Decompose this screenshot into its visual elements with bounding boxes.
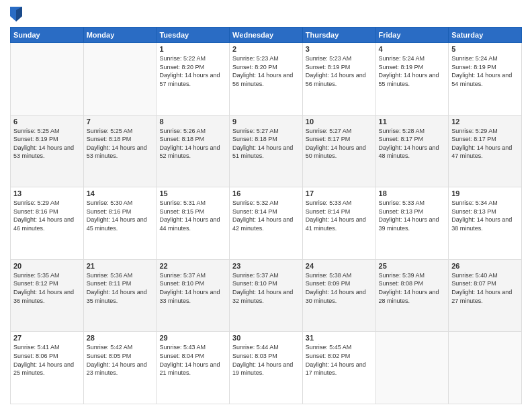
calendar-day-cell: 26Sunrise: 5:40 AMSunset: 8:07 PMDayligh… bbox=[449, 259, 522, 332]
calendar-week-row: 1Sunrise: 5:22 AMSunset: 8:20 PMDaylight… bbox=[11, 43, 522, 116]
calendar-day-header: Wednesday bbox=[230, 28, 303, 43]
day-number: 25 bbox=[379, 262, 446, 270]
day-info: Sunrise: 5:28 AMSunset: 8:17 PMDaylight:… bbox=[379, 127, 446, 161]
day-number: 9 bbox=[232, 118, 300, 126]
day-info: Sunrise: 5:30 AMSunset: 8:16 PMDaylight:… bbox=[87, 199, 154, 232]
calendar-day-cell: 19Sunrise: 5:34 AMSunset: 8:13 PMDayligh… bbox=[449, 187, 522, 260]
day-number: 11 bbox=[379, 118, 446, 126]
day-info: Sunrise: 5:38 AMSunset: 8:09 PMDaylight:… bbox=[306, 271, 373, 305]
day-info: Sunrise: 5:32 AMSunset: 8:14 PMDaylight:… bbox=[232, 199, 300, 232]
day-number: 28 bbox=[87, 334, 154, 342]
calendar-day-cell: 1Sunrise: 5:22 AMSunset: 8:20 PMDaylight… bbox=[157, 43, 230, 116]
calendar-day-header: Thursday bbox=[302, 28, 375, 43]
calendar-day-cell: 10Sunrise: 5:27 AMSunset: 8:17 PMDayligh… bbox=[302, 115, 375, 187]
calendar-day-cell: 23Sunrise: 5:37 AMSunset: 8:10 PMDayligh… bbox=[230, 259, 303, 332]
day-number: 31 bbox=[306, 334, 373, 342]
logo-icon bbox=[10, 7, 22, 21]
calendar-table: SundayMondayTuesdayWednesdayThursdayFrid… bbox=[10, 27, 522, 404]
logo bbox=[10, 7, 24, 21]
calendar-day-cell: 12Sunrise: 5:29 AMSunset: 8:17 PMDayligh… bbox=[449, 115, 522, 187]
day-info: Sunrise: 5:42 AMSunset: 8:05 PMDaylight:… bbox=[87, 343, 154, 377]
calendar-week-row: 20Sunrise: 5:35 AMSunset: 8:12 PMDayligh… bbox=[11, 259, 522, 332]
day-info: Sunrise: 5:23 AMSunset: 8:20 PMDaylight:… bbox=[232, 54, 300, 88]
day-number: 23 bbox=[232, 262, 300, 270]
calendar-day-cell: 11Sunrise: 5:28 AMSunset: 8:17 PMDayligh… bbox=[375, 115, 449, 187]
day-info: Sunrise: 5:25 AMSunset: 8:19 PMDaylight:… bbox=[13, 127, 81, 161]
calendar-day-cell bbox=[449, 332, 522, 404]
day-number: 14 bbox=[87, 189, 154, 197]
day-number: 8 bbox=[159, 118, 226, 126]
calendar-day-cell bbox=[11, 43, 84, 116]
calendar-day-cell: 2Sunrise: 5:23 AMSunset: 8:20 PMDaylight… bbox=[230, 43, 303, 116]
day-info: Sunrise: 5:27 AMSunset: 8:17 PMDaylight:… bbox=[306, 127, 373, 161]
day-info: Sunrise: 5:26 AMSunset: 8:18 PMDaylight:… bbox=[159, 127, 226, 161]
calendar-week-row: 27Sunrise: 5:41 AMSunset: 8:06 PMDayligh… bbox=[11, 332, 522, 404]
calendar-day-cell bbox=[375, 332, 449, 404]
calendar-day-cell: 5Sunrise: 5:24 AMSunset: 8:19 PMDaylight… bbox=[449, 43, 522, 116]
day-number: 12 bbox=[451, 118, 519, 126]
day-info: Sunrise: 5:37 AMSunset: 8:10 PMDaylight:… bbox=[232, 271, 300, 305]
day-info: Sunrise: 5:44 AMSunset: 8:03 PMDaylight:… bbox=[232, 343, 300, 377]
calendar-day-cell: 9Sunrise: 5:27 AMSunset: 8:18 PMDaylight… bbox=[230, 115, 303, 187]
day-number: 24 bbox=[306, 262, 373, 270]
calendar-day-cell: 29Sunrise: 5:43 AMSunset: 8:04 PMDayligh… bbox=[157, 332, 230, 404]
day-info: Sunrise: 5:45 AMSunset: 8:02 PMDaylight:… bbox=[306, 343, 373, 377]
day-number: 1 bbox=[159, 45, 226, 53]
day-info: Sunrise: 5:25 AMSunset: 8:18 PMDaylight:… bbox=[87, 127, 154, 161]
day-number: 29 bbox=[159, 334, 226, 342]
calendar-week-row: 13Sunrise: 5:29 AMSunset: 8:16 PMDayligh… bbox=[11, 187, 522, 260]
calendar-day-cell: 24Sunrise: 5:38 AMSunset: 8:09 PMDayligh… bbox=[302, 259, 375, 332]
day-number: 7 bbox=[87, 118, 154, 126]
calendar-day-header: Sunday bbox=[11, 28, 84, 43]
day-number: 17 bbox=[306, 189, 373, 197]
day-number: 18 bbox=[379, 189, 446, 197]
calendar-day-header: Tuesday bbox=[157, 28, 230, 43]
page: SundayMondayTuesdayWednesdayThursdayFrid… bbox=[0, 0, 532, 411]
day-number: 3 bbox=[306, 45, 373, 53]
day-info: Sunrise: 5:33 AMSunset: 8:13 PMDaylight:… bbox=[379, 199, 446, 232]
calendar-day-header: Friday bbox=[375, 28, 449, 43]
day-info: Sunrise: 5:40 AMSunset: 8:07 PMDaylight:… bbox=[451, 271, 519, 305]
calendar-day-cell: 4Sunrise: 5:24 AMSunset: 8:19 PMDaylight… bbox=[375, 43, 449, 116]
day-number: 22 bbox=[159, 262, 226, 270]
calendar-day-cell: 8Sunrise: 5:26 AMSunset: 8:18 PMDaylight… bbox=[157, 115, 230, 187]
calendar-day-cell: 13Sunrise: 5:29 AMSunset: 8:16 PMDayligh… bbox=[11, 187, 84, 260]
calendar-day-cell: 7Sunrise: 5:25 AMSunset: 8:18 PMDaylight… bbox=[83, 115, 157, 187]
day-info: Sunrise: 5:36 AMSunset: 8:11 PMDaylight:… bbox=[87, 271, 154, 305]
day-number: 16 bbox=[232, 189, 300, 197]
day-number: 19 bbox=[451, 189, 519, 197]
calendar-day-cell: 6Sunrise: 5:25 AMSunset: 8:19 PMDaylight… bbox=[11, 115, 84, 187]
calendar-day-cell bbox=[83, 43, 157, 116]
day-number: 26 bbox=[451, 262, 519, 270]
day-info: Sunrise: 5:37 AMSunset: 8:10 PMDaylight:… bbox=[159, 271, 226, 305]
day-info: Sunrise: 5:35 AMSunset: 8:12 PMDaylight:… bbox=[13, 271, 81, 305]
day-number: 6 bbox=[13, 118, 81, 126]
day-info: Sunrise: 5:29 AMSunset: 8:16 PMDaylight:… bbox=[13, 199, 81, 232]
calendar-day-cell: 16Sunrise: 5:32 AMSunset: 8:14 PMDayligh… bbox=[230, 187, 303, 260]
day-number: 20 bbox=[13, 262, 81, 270]
calendar-day-cell: 3Sunrise: 5:23 AMSunset: 8:19 PMDaylight… bbox=[302, 43, 375, 116]
header bbox=[10, 7, 522, 21]
day-number: 5 bbox=[451, 45, 519, 53]
calendar-day-cell: 31Sunrise: 5:45 AMSunset: 8:02 PMDayligh… bbox=[302, 332, 375, 404]
calendar-day-cell: 18Sunrise: 5:33 AMSunset: 8:13 PMDayligh… bbox=[375, 187, 449, 260]
day-info: Sunrise: 5:34 AMSunset: 8:13 PMDaylight:… bbox=[451, 199, 519, 232]
day-info: Sunrise: 5:24 AMSunset: 8:19 PMDaylight:… bbox=[451, 54, 519, 88]
day-info: Sunrise: 5:31 AMSunset: 8:15 PMDaylight:… bbox=[159, 199, 226, 232]
day-info: Sunrise: 5:29 AMSunset: 8:17 PMDaylight:… bbox=[451, 127, 519, 161]
calendar-day-header: Saturday bbox=[449, 28, 522, 43]
day-info: Sunrise: 5:27 AMSunset: 8:18 PMDaylight:… bbox=[232, 127, 300, 161]
day-number: 2 bbox=[232, 45, 300, 53]
calendar-day-cell: 17Sunrise: 5:33 AMSunset: 8:14 PMDayligh… bbox=[302, 187, 375, 260]
calendar-day-cell: 20Sunrise: 5:35 AMSunset: 8:12 PMDayligh… bbox=[11, 259, 84, 332]
day-number: 13 bbox=[13, 189, 81, 197]
calendar-day-cell: 21Sunrise: 5:36 AMSunset: 8:11 PMDayligh… bbox=[83, 259, 157, 332]
calendar-week-row: 6Sunrise: 5:25 AMSunset: 8:19 PMDaylight… bbox=[11, 115, 522, 187]
calendar-day-cell: 25Sunrise: 5:39 AMSunset: 8:08 PMDayligh… bbox=[375, 259, 449, 332]
day-info: Sunrise: 5:41 AMSunset: 8:06 PMDaylight:… bbox=[13, 343, 81, 377]
calendar-day-cell: 14Sunrise: 5:30 AMSunset: 8:16 PMDayligh… bbox=[83, 187, 157, 260]
calendar-day-cell: 15Sunrise: 5:31 AMSunset: 8:15 PMDayligh… bbox=[157, 187, 230, 260]
day-number: 4 bbox=[379, 45, 446, 53]
day-info: Sunrise: 5:24 AMSunset: 8:19 PMDaylight:… bbox=[379, 54, 446, 88]
day-info: Sunrise: 5:23 AMSunset: 8:19 PMDaylight:… bbox=[306, 54, 373, 88]
